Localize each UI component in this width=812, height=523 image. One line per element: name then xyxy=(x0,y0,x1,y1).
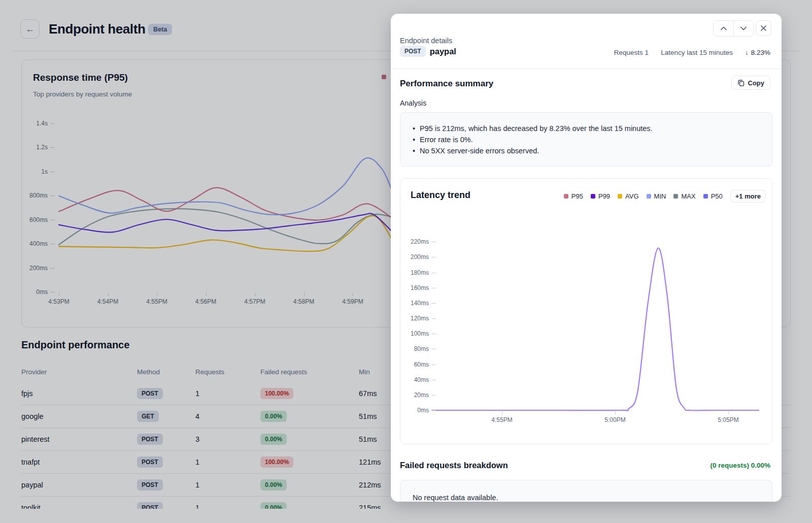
y-tick-mark xyxy=(431,334,436,334)
performance-summary-title: Performance summary xyxy=(400,79,493,89)
endpoint-identity: POST paypal xyxy=(400,46,456,57)
x-tick-mark xyxy=(615,411,616,414)
y-tick-label: 20ms xyxy=(393,391,429,399)
x-tick-mark xyxy=(502,411,502,414)
x-tick-label: 4:55PM xyxy=(479,416,525,423)
latency-delta: ↓ 8.23% xyxy=(745,49,770,56)
chevron-up-icon xyxy=(721,26,727,30)
latency-delta-value: 8.23% xyxy=(751,49,770,56)
latency-trend-card: Latency trend P95P99AVGMINMAXP50+1 more … xyxy=(400,178,772,444)
panel-title: Endpoint details xyxy=(400,37,452,45)
close-button[interactable] xyxy=(756,20,771,36)
y-tick-mark xyxy=(431,273,436,273)
y-tick-label: 60ms xyxy=(393,361,429,368)
y-tick-mark xyxy=(431,380,436,380)
series-line-latency xyxy=(432,248,759,410)
analysis-label: Analysis xyxy=(400,99,426,107)
analysis-bullet: Error rate is 0%. xyxy=(412,134,765,145)
prev-endpoint-button[interactable] xyxy=(714,21,733,36)
analysis-bullet: No 5XX server-side errors observed. xyxy=(412,145,765,156)
endpoint-name: paypal xyxy=(430,47,456,56)
failed-breakdown-title: Failed requests breakdown xyxy=(400,461,508,470)
copy-icon xyxy=(737,79,745,86)
y-tick-mark xyxy=(431,303,436,304)
panel-divider xyxy=(391,69,782,69)
y-tick-mark xyxy=(431,395,436,396)
close-icon xyxy=(761,25,766,31)
y-tick-mark xyxy=(431,288,436,288)
x-tick-mark xyxy=(728,411,729,414)
failed-breakdown-stat: (0 requests) 0.00% xyxy=(710,462,770,469)
copy-button[interactable]: Copy xyxy=(731,76,771,90)
analysis-bullet: P95 is 212ms, which has decreased by 8.2… xyxy=(412,123,765,134)
next-endpoint-button[interactable] xyxy=(733,21,753,36)
y-tick-mark xyxy=(431,318,436,319)
y-tick-label: 80ms xyxy=(393,345,429,352)
y-tick-label: 40ms xyxy=(393,376,429,383)
analysis-box: P95 is 212ms, which has decreased by 8.2… xyxy=(400,112,772,167)
y-tick-label: 100ms xyxy=(393,330,429,337)
y-tick-label: 140ms xyxy=(393,300,429,307)
requests-count: Requests 1 xyxy=(614,49,649,56)
panel-nav-group xyxy=(713,20,754,37)
x-tick-label: 5:00PM xyxy=(592,416,638,423)
y-tick-mark xyxy=(431,410,436,411)
empty-state-message: No request data available. xyxy=(413,494,498,502)
y-tick-label: 160ms xyxy=(393,284,429,291)
endpoint-details-panel: Endpoint details POST paypal Requests 1 … xyxy=(391,14,782,502)
endpoint-meta: Requests 1 Latency last 15 minutes ↓ 8.2… xyxy=(614,49,770,56)
latency-window-label: Latency last 15 minutes xyxy=(661,49,733,56)
y-tick-mark xyxy=(431,257,436,257)
analysis-bullet-list: P95 is 212ms, which has decreased by 8.2… xyxy=(412,123,765,156)
trend-down-icon: ↓ xyxy=(745,49,749,56)
y-tick-label: 120ms xyxy=(393,315,429,322)
endpoint-method-badge: POST xyxy=(400,46,426,57)
y-tick-label: 180ms xyxy=(393,269,429,276)
copy-button-label: Copy xyxy=(748,79,765,87)
failed-breakdown-empty-box: No request data available. xyxy=(400,480,772,502)
latency-trend-chart[interactable] xyxy=(400,179,773,445)
y-tick-label: 200ms xyxy=(393,253,429,260)
y-tick-mark xyxy=(431,349,436,349)
x-tick-label: 5:05PM xyxy=(705,416,751,423)
y-tick-label: 0ms xyxy=(393,407,429,414)
y-tick-label: 220ms xyxy=(393,238,429,245)
y-tick-mark xyxy=(431,242,436,242)
y-tick-mark xyxy=(431,365,436,365)
chevron-down-icon xyxy=(740,26,747,30)
